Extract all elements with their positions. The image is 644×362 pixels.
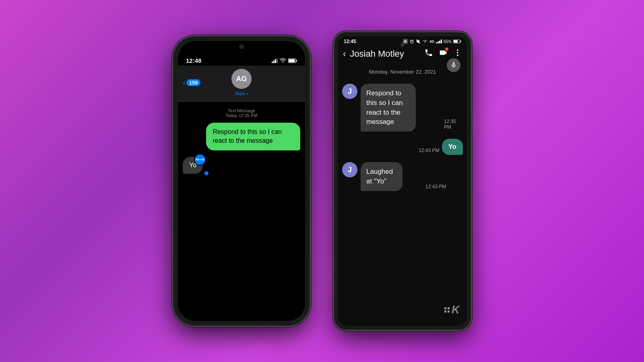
iphone-messages-list: Text Message Today 12:35 PM Respond to t… [178, 102, 305, 180]
iphone-screen: 12:48 [178, 41, 305, 321]
iphone-sent-bubble: Respond to this so I can react to the me… [206, 123, 300, 150]
android-video-button[interactable] [439, 48, 448, 59]
android-contact-name[interactable]: Josiah Motley [350, 49, 420, 59]
svg-point-13 [457, 49, 458, 51]
android-msg-time-1: 12:35 PM [444, 119, 463, 130]
iphone-mute-btn [172, 84, 173, 97]
svg-rect-12 [460, 41, 461, 42]
svg-point-14 [457, 52, 458, 53]
wifi-icon [280, 58, 286, 63]
iphone-time: 12:48 [186, 57, 201, 64]
android-battery-label: 65% [444, 39, 452, 44]
android-time: 12:45 [344, 39, 356, 44]
android-msg-time-2: 12:43 PM [419, 148, 439, 153]
iphone-device: 12:48 [173, 36, 310, 326]
signal-bars-icon [272, 58, 278, 63]
android-chat-header: ‹ Josiah Motley [338, 45, 467, 62]
iphone-vol-down-btn [172, 127, 173, 149]
iphone-status-bar: 12:48 [178, 52, 305, 66]
iphone-status-icons [272, 58, 297, 63]
android-back-button[interactable]: ‹ [343, 49, 346, 59]
android-action-icons [424, 48, 462, 59]
android-message-row-2: 12:43 PM Yo [342, 139, 463, 155]
iphone-contact-avatar: AG [231, 69, 252, 89]
android-device: 12:45 [334, 32, 471, 330]
iphone-vol-up-btn [172, 101, 173, 123]
knowtechie-watermark: K [444, 303, 460, 316]
android-network-label: 4G [429, 39, 434, 43]
android-vol-btn [333, 105, 334, 129]
android-avatar-1: J [342, 84, 357, 99]
android-received-bubble-3: Laughed at "Yo" [361, 162, 402, 191]
android-wifi-icon [422, 39, 428, 43]
svg-rect-2 [296, 60, 297, 62]
android-alarm-icon [409, 39, 414, 44]
watermark-letter: K [452, 303, 460, 316]
iphone-received-bubble: Yo HA HA [183, 157, 203, 174]
android-mic-button[interactable] [447, 58, 460, 72]
svg-rect-4 [404, 40, 407, 43]
iphone-notch [215, 41, 268, 52]
iphone-contact-name[interactable]: Alex › [235, 90, 248, 97]
android-screen: 12:45 [338, 36, 467, 326]
android-message-row-3: J Laughed at "Yo" 12:43 PM [342, 162, 463, 191]
android-camera-dot [400, 43, 405, 47]
android-msg-time-3: 12:43 PM [425, 184, 446, 189]
svg-point-15 [457, 55, 458, 56]
android-signal-bars [436, 39, 442, 43]
android-call-button[interactable] [424, 48, 433, 59]
android-avatar-3: J [342, 162, 357, 177]
android-date-divider: Monday, November 22, 2021 [342, 69, 463, 75]
android-mute-icon [416, 39, 421, 44]
svg-rect-11 [454, 40, 458, 43]
svg-rect-1 [289, 59, 295, 62]
android-power-btn [471, 113, 472, 133]
android-messages-list: Monday, November 22, 2021 J Respond to t… [338, 62, 467, 196]
iphone-back-button[interactable]: ‹ 159 [183, 78, 200, 87]
android-battery-icon [453, 39, 461, 43]
iphone-power-btn [310, 105, 311, 137]
iphone-back-badge: 159 [186, 79, 201, 86]
battery-icon [288, 58, 297, 63]
iphone-msg-meta: Text Message Today 12:35 PM [183, 108, 300, 118]
android-message-row-1: J Respond to this so I can react to the … [342, 84, 463, 132]
iphone-chat-header: ‹ 159 AG Alex › [178, 66, 305, 102]
android-received-bubble-1: Respond to this so I can react to the me… [361, 84, 416, 132]
android-status-icons: 4G 65% [403, 39, 461, 44]
android-more-button[interactable] [453, 48, 462, 59]
reaction-dot [204, 171, 208, 175]
video-record-dot [445, 47, 448, 51]
android-sent-bubble: Yo [442, 139, 463, 155]
reaction-badge: HA HA [194, 154, 206, 166]
